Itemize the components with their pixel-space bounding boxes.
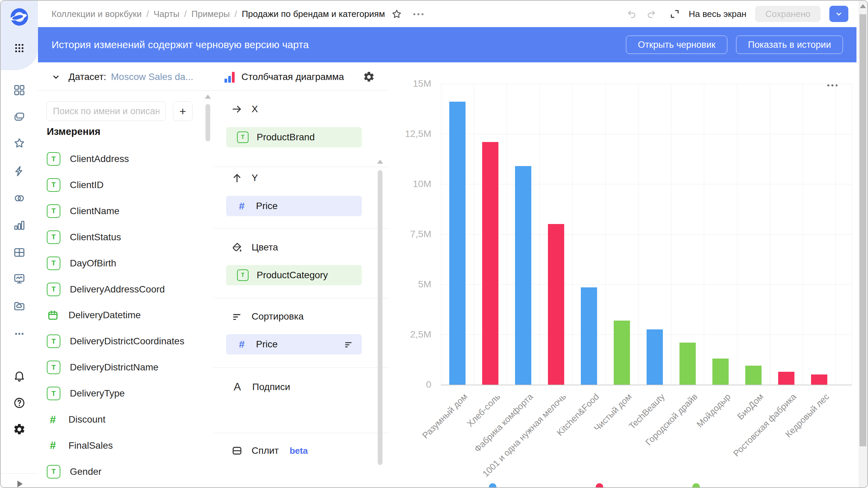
gear-icon[interactable] bbox=[363, 71, 375, 83]
bar-Разумный дом[interactable] bbox=[449, 102, 466, 385]
redo-icon bbox=[646, 8, 657, 19]
lightning-icon bbox=[13, 165, 26, 178]
help-icon bbox=[13, 396, 26, 409]
favorites-star-nav-item[interactable] bbox=[1, 134, 38, 153]
add-field-button[interactable]: + bbox=[173, 101, 193, 121]
x-gridline bbox=[852, 84, 852, 385]
sort-icon bbox=[231, 311, 243, 322]
expand-sidebar-button[interactable] bbox=[1, 474, 38, 488]
field-row[interactable]: TClientStatus bbox=[47, 227, 196, 247]
field-row[interactable]: TDeliveryType bbox=[47, 383, 196, 404]
field-row[interactable]: TDeliveryDistrictName bbox=[47, 357, 196, 378]
charts-nav-item[interactable] bbox=[1, 216, 38, 235]
more-dots-nav-item[interactable] bbox=[1, 324, 38, 343]
scrollbar-thumb[interactable] bbox=[860, 14, 866, 446]
connections-nav-item[interactable] bbox=[1, 189, 38, 208]
text-field-icon: T bbox=[47, 387, 60, 400]
chevron-down-icon[interactable] bbox=[51, 72, 61, 82]
breadcrumb-more-button[interactable] bbox=[411, 10, 426, 18]
y-axis-tick-label: 15M bbox=[391, 78, 431, 89]
x-axis-category-label: БиоДом bbox=[735, 391, 766, 422]
bar-1001 и одна нужная мелочь[interactable] bbox=[548, 224, 564, 385]
field-row[interactable]: TDayOfBirth bbox=[47, 253, 196, 273]
y-field-chip[interactable]: # Price bbox=[226, 196, 362, 216]
text-field-icon: T bbox=[47, 204, 60, 218]
bar-Городской драйв[interactable] bbox=[679, 343, 696, 385]
legend-item[interactable]: Б bbox=[596, 483, 613, 488]
bar-Ростовская фабрика[interactable] bbox=[778, 372, 794, 385]
apps-grid-nav-item[interactable] bbox=[1, 39, 38, 58]
dataset-header: Датасет: Moscow Sales da... bbox=[38, 63, 214, 90]
field-row[interactable]: TDeliveryDistrictCoordinates bbox=[47, 331, 196, 351]
bar-Кедровый лес[interactable] bbox=[811, 374, 827, 385]
section-divider bbox=[214, 228, 389, 229]
y-axis-tick-label: 7,5M bbox=[391, 229, 431, 240]
y-axis-tick-label: 12,5M bbox=[391, 128, 431, 139]
dataset-name-link[interactable]: Moscow Sales da... bbox=[111, 72, 193, 82]
field-row[interactable]: TClientID bbox=[47, 175, 196, 195]
undo-button[interactable] bbox=[626, 8, 637, 19]
storage-folder-nav-item[interactable] bbox=[1, 297, 38, 316]
breadcrumb-item[interactable]: Примеры bbox=[191, 9, 230, 19]
y-gridline bbox=[441, 284, 852, 285]
field-search-input[interactable] bbox=[46, 101, 166, 121]
collections-icon bbox=[13, 110, 26, 123]
y-gridline bbox=[441, 134, 852, 134]
bar-Чистый дом[interactable] bbox=[614, 321, 630, 385]
bar-Фабрика комфорта[interactable] bbox=[515, 166, 531, 385]
monitoring-nav-item[interactable] bbox=[1, 269, 38, 288]
fields-scrollbar[interactable] bbox=[205, 104, 210, 141]
colors-field-chip[interactable]: T ProductCategory bbox=[226, 265, 362, 285]
breadcrumb[interactable]: Коллекции и воркбуки/Чарты/Примеры/Прода… bbox=[52, 1, 385, 27]
section-divider bbox=[214, 298, 389, 298]
x-field-chip[interactable]: T ProductBrand bbox=[226, 127, 362, 147]
field-row[interactable]: TDeliveryAddressCoord bbox=[47, 279, 196, 300]
field-row[interactable]: TGender bbox=[47, 462, 196, 482]
sort-field-chip[interactable]: # Price bbox=[226, 334, 362, 354]
fullscreen-label[interactable]: На весь экран bbox=[689, 9, 746, 19]
datalens-logo[interactable] bbox=[9, 7, 29, 27]
redo-button[interactable] bbox=[646, 8, 657, 19]
bar-Kitchen&Food[interactable] bbox=[581, 287, 597, 385]
field-row[interactable]: #Discount bbox=[47, 409, 196, 430]
legend-item[interactable]: Т bbox=[489, 483, 506, 488]
notifications-bell-nav-item[interactable] bbox=[1, 366, 38, 385]
config-scrollbar[interactable] bbox=[378, 170, 382, 465]
breadcrumb-item[interactable]: Коллекции и воркбуки bbox=[52, 9, 142, 19]
chart-menu-button[interactable] bbox=[827, 84, 837, 86]
y-axis-tick-label: 2,5M bbox=[391, 329, 431, 340]
settings-gear-nav-item[interactable] bbox=[1, 420, 38, 439]
chart-config-panel: Столбчатая диаграмма X T ProductBrand Y … bbox=[214, 63, 389, 488]
field-row[interactable]: TClientName bbox=[47, 201, 196, 221]
bar-Мойдодыр[interactable] bbox=[712, 359, 729, 385]
section-divider bbox=[214, 367, 389, 368]
bar-TechBeauty[interactable] bbox=[647, 329, 663, 385]
breadcrumb-item[interactable]: Чарты bbox=[154, 9, 179, 19]
help-nav-item[interactable] bbox=[1, 393, 38, 412]
saved-button[interactable]: Сохранено bbox=[755, 6, 821, 22]
chart-type-label[interactable]: Столбчатая диаграмма bbox=[241, 72, 344, 82]
config-scroll-up-arrow[interactable] bbox=[377, 160, 383, 164]
open-draft-button[interactable]: Открыть черновик bbox=[626, 36, 727, 54]
window-scrollbar[interactable] bbox=[859, 1, 867, 488]
scroll-up-arrow[interactable] bbox=[860, 4, 866, 8]
favorite-button[interactable] bbox=[391, 8, 403, 20]
sort-desc-icon[interactable] bbox=[343, 339, 354, 349]
field-row[interactable]: #FinalSales bbox=[47, 435, 196, 456]
bar-Хлеб-соль[interactable] bbox=[482, 142, 498, 385]
settings-gear-icon bbox=[13, 423, 26, 436]
fullscreen-button[interactable] bbox=[670, 9, 680, 19]
top-bar: Коллекции и воркбуки/Чарты/Примеры/Прода… bbox=[38, 1, 859, 27]
legend-item[interactable]: Б bbox=[692, 483, 710, 488]
collections-nav-item[interactable] bbox=[1, 107, 38, 126]
bar-БиоДом[interactable] bbox=[745, 366, 762, 385]
fields-scroll-up-arrow[interactable] bbox=[205, 95, 211, 99]
field-row[interactable]: TClientAddress bbox=[47, 149, 196, 169]
show-in-history-button[interactable]: Показать в истории bbox=[736, 36, 843, 54]
dashboards-nav-item[interactable] bbox=[1, 81, 38, 100]
lightning-nav-item[interactable] bbox=[1, 162, 38, 181]
charts-icon bbox=[13, 219, 26, 232]
field-row[interactable]: DeliveryDatetime bbox=[47, 305, 196, 325]
tables-nav-item[interactable] bbox=[1, 243, 38, 262]
save-menu-button[interactable] bbox=[829, 6, 848, 22]
